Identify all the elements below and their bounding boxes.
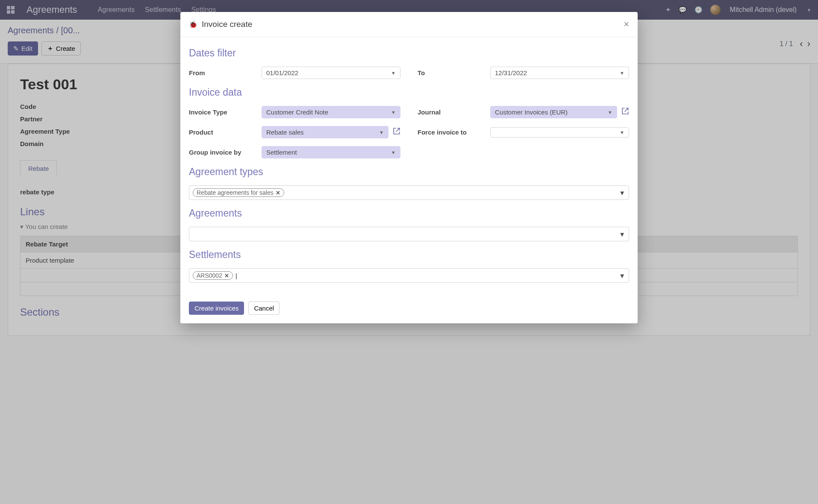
label-invoice-type: Invoice Type xyxy=(189,108,262,116)
bug-icon[interactable]: 🐞 xyxy=(189,21,197,29)
section-invoice-data: Invoice data xyxy=(189,87,629,98)
to-date-input[interactable]: 12/31/2022 ▼ xyxy=(490,67,629,79)
chevron-down-icon: ▼ xyxy=(391,150,396,155)
journal-select[interactable]: Customer Invoices (EUR) ▼ xyxy=(490,106,617,118)
chevron-down-icon: ▼ xyxy=(391,110,396,115)
label-product: Product xyxy=(189,129,262,136)
tag-settlement: ARS0002 ✕ xyxy=(193,271,233,280)
external-link-icon[interactable] xyxy=(393,127,400,137)
tag-remove-icon[interactable]: ✕ xyxy=(276,190,280,196)
cancel-button[interactable]: Cancel xyxy=(248,302,280,315)
tag-agreement-type: Rebate agreements for sales ✕ xyxy=(193,188,284,197)
chevron-down-icon: ▼ xyxy=(619,189,625,196)
modal-title: Invoice create xyxy=(202,20,252,29)
group-invoice-by-select[interactable]: Settlement ▼ xyxy=(262,146,400,158)
agreements-input[interactable]: ▼ xyxy=(189,227,629,241)
tag-remove-icon[interactable]: ✕ xyxy=(224,273,229,279)
create-invoices-button[interactable]: Create invoices xyxy=(189,302,244,315)
chevron-down-icon: ▼ xyxy=(620,70,624,76)
label-group-invoice-by: Group invoice by xyxy=(189,149,262,156)
label-force-invoice-to: Force invoice to xyxy=(418,129,490,136)
text-cursor: | xyxy=(235,272,237,279)
section-settlements: Settlements xyxy=(189,249,629,261)
invoice-create-modal: 🐞 Invoice create × Dates filter From 01/… xyxy=(180,12,638,323)
chevron-down-icon: ▼ xyxy=(619,272,625,279)
section-dates-filter: Dates filter xyxy=(189,47,629,59)
product-select[interactable]: Rebate sales ▼ xyxy=(262,126,388,138)
section-agreement-types: Agreement types xyxy=(189,166,629,178)
section-agreements: Agreements xyxy=(189,208,629,219)
chevron-down-icon: ▼ xyxy=(619,231,625,238)
settlements-input[interactable]: ARS0002 ✕ | ▼ xyxy=(189,268,629,283)
close-icon[interactable]: × xyxy=(624,19,629,30)
invoice-type-select[interactable]: Customer Credit Note ▼ xyxy=(262,106,400,118)
agreement-types-input[interactable]: Rebate agreements for sales ✕ ▼ xyxy=(189,185,629,200)
force-invoice-to-select[interactable]: ▼ xyxy=(490,127,629,138)
chevron-down-icon: ▼ xyxy=(391,70,396,76)
label-journal: Journal xyxy=(418,108,490,116)
label-to: To xyxy=(418,69,490,76)
chevron-down-icon: ▼ xyxy=(620,130,624,135)
from-date-input[interactable]: 01/01/2022 ▼ xyxy=(262,67,400,79)
chevron-down-icon: ▼ xyxy=(379,130,384,135)
label-from: From xyxy=(189,69,262,76)
chevron-down-icon: ▼ xyxy=(608,110,612,115)
external-link-icon[interactable] xyxy=(621,107,629,117)
